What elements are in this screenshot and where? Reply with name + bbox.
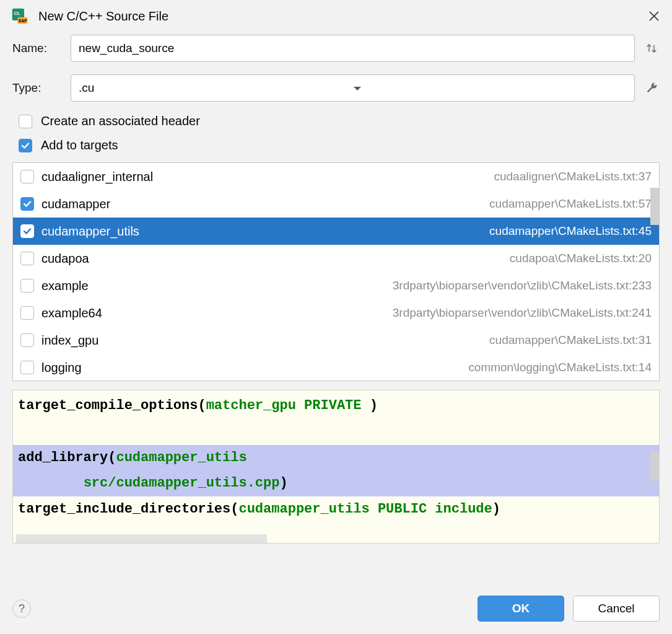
code-scrollbar-horizontal[interactable] (16, 534, 267, 543)
type-label: Type: (12, 81, 71, 95)
targets-scrollbar[interactable] (650, 188, 659, 225)
target-checkbox[interactable] (20, 333, 34, 347)
target-checkbox[interactable] (20, 224, 34, 238)
target-name: example64 (41, 306, 393, 320)
target-checkbox[interactable] (20, 279, 34, 293)
target-checkbox[interactable] (20, 306, 34, 320)
code-line (13, 419, 659, 445)
target-path: cudamapper\CMakeLists.txt:45 (489, 224, 652, 238)
target-checkbox[interactable] (20, 170, 34, 183)
target-path: cudamapper\CMakeLists.txt:31 (489, 333, 652, 347)
code-line: target_compile_options(matcher_gpu PRIVA… (13, 393, 659, 419)
target-path: 3rdparty\bioparser\vendor\zlib\CMakeList… (393, 306, 652, 320)
target-name: example (41, 279, 393, 293)
targets-list: cudaaligner_internalcudaaligner\CMakeLis… (12, 162, 660, 381)
target-row[interactable]: example643rdparty\bioparser\vendor\zlib\… (13, 299, 659, 327)
dialog-title: New C/C++ Source File (38, 9, 647, 24)
ok-button[interactable]: OK (478, 596, 564, 622)
target-checkbox[interactable] (20, 197, 34, 211)
target-name: cudaaligner_internal (41, 170, 494, 184)
close-button[interactable] (647, 9, 661, 23)
target-checkbox[interactable] (20, 361, 34, 374)
code-scrollbar-vertical[interactable] (650, 451, 659, 481)
target-row[interactable]: cudaaligner_internalcudaaligner\CMakeLis… (13, 163, 659, 190)
svg-text:CL: CL (14, 11, 20, 16)
target-name: cudamapper_utils (41, 224, 489, 239)
target-name: index_gpu (41, 333, 489, 348)
type-value: .cu (79, 81, 353, 95)
target-path: cudamapper\CMakeLists.txt:57 (489, 197, 652, 211)
code-line: src/cudamapper_utils.cpp) (13, 470, 659, 496)
target-name: logging (41, 361, 468, 375)
form-area: Name: Type: .cu Create an associated hea… (0, 31, 672, 162)
target-name: cudapoa (41, 252, 510, 266)
code-line: add_library(cudamapper_utils (13, 445, 659, 471)
cancel-button[interactable]: Cancel (573, 596, 660, 622)
target-row[interactable]: index_gpucudamapper\CMakeLists.txt:31 (13, 327, 659, 354)
target-row[interactable]: cudamappercudamapper\CMakeLists.txt:57 (13, 190, 659, 218)
svg-text:EAP: EAP (19, 19, 27, 23)
titlebar: CLEAP New C/C++ Source File (0, 0, 672, 31)
app-icon: CLEAP (11, 7, 28, 25)
name-label: Name: (12, 42, 71, 55)
footer: ? OK Cancel (0, 582, 672, 634)
wrench-icon[interactable] (644, 80, 660, 96)
target-path: cudapoa\CMakeLists.txt:20 (510, 252, 652, 265)
target-path: 3rdparty\bioparser\vendor\zlib\CMakeList… (393, 279, 652, 293)
create-header-row: Create an associated header (19, 114, 660, 128)
target-row[interactable]: cudapoacudapoa\CMakeLists.txt:20 (13, 245, 659, 272)
type-select[interactable]: .cu (71, 74, 635, 102)
sort-updown-icon[interactable] (644, 40, 660, 56)
code-preview: target_compile_options(matcher_gpu PRIVA… (12, 390, 660, 544)
name-input[interactable] (71, 35, 635, 62)
target-path: cudaaligner\CMakeLists.txt:37 (494, 170, 652, 183)
target-checkbox[interactable] (20, 252, 34, 265)
chevron-down-icon (353, 81, 627, 95)
create-header-checkbox[interactable] (19, 115, 32, 128)
add-targets-row: Add to targets (19, 138, 660, 152)
target-name: cudamapper (41, 197, 489, 211)
target-row[interactable]: loggingcommon\logging\CMakeLists.txt:14 (13, 354, 659, 381)
create-header-label: Create an associated header (41, 114, 200, 128)
add-targets-label: Add to targets (41, 138, 118, 152)
add-targets-checkbox[interactable] (19, 139, 32, 152)
target-row[interactable]: example3rdparty\bioparser\vendor\zlib\CM… (13, 272, 659, 299)
dialog: CLEAP New C/C++ Source File Name: Type: … (0, 0, 672, 634)
target-row[interactable]: cudamapper_utilscudamapper\CMakeLists.tx… (13, 218, 659, 245)
code-line: target_include_directories(cudamapper_ut… (13, 496, 659, 522)
name-row: Name: (12, 35, 660, 62)
type-row: Type: .cu (12, 74, 660, 102)
help-button[interactable]: ? (12, 599, 31, 618)
target-path: common\logging\CMakeLists.txt:14 (468, 361, 652, 374)
